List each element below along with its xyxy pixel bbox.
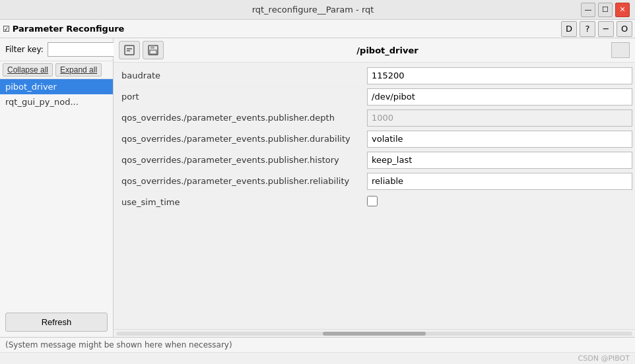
main-content: Filter key: Collapse all Expand all pibo… [0, 38, 635, 337]
param-name-qos-depth: qos_overrides./parameter_events.publishe… [114, 110, 364, 125]
panel-toolbar: /pibot_driver [114, 38, 635, 63]
window-controls: — ☐ ✕ [581, 3, 630, 17]
collapse-expand-row: Collapse all Expand all [0, 61, 113, 79]
param-input-baudrate[interactable] [367, 67, 632, 84]
app-title-text: Parameter Reconfigure [13, 24, 125, 34]
save-icon [147, 44, 159, 56]
tree-item-rqt-gui[interactable]: rqt_gui_py_nod... [0, 94, 113, 109]
close-button[interactable]: ✕ [615, 3, 630, 17]
param-value-qos-depth [364, 108, 635, 128]
param-value-qos-history [364, 150, 635, 170]
menu-o-button[interactable]: O [617, 21, 632, 37]
expand-all-button[interactable]: Expand all [55, 63, 102, 76]
svg-rect-0 [125, 46, 134, 55]
menu-minus-button[interactable]: − [598, 21, 614, 37]
load-icon [123, 44, 135, 56]
scrollbar-track[interactable] [116, 332, 632, 336]
param-name-qos-reliability: qos_overrides./parameter_events.publishe… [114, 173, 364, 189]
param-row-port: port [114, 86, 635, 107]
param-row-use-sim-time: use_sim_time [114, 192, 635, 213]
param-name-use-sim-time: use_sim_time [114, 195, 364, 210]
param-row-qos-durability: qos_overrides./parameter_events.publishe… [114, 129, 635, 150]
toolbar-save-button[interactable] [143, 41, 164, 59]
collapse-all-button[interactable]: Collapse all [3, 63, 53, 76]
watermark-text: CSDN @PIBOT [578, 354, 630, 363]
menu-help-button[interactable]: ? [580, 21, 595, 37]
param-value-use-sim-time [364, 195, 635, 210]
menu-bar: ☑ Parameter Reconfigure D ? − O [0, 20, 635, 38]
watermark: CSDN @PIBOT [0, 352, 635, 364]
param-input-qos-durability[interactable] [367, 131, 632, 148]
toolbar-load-button[interactable] [119, 41, 140, 59]
panel-title: /pibot_driver [166, 46, 609, 55]
status-message: (System message might be shown here when… [5, 340, 232, 349]
sidebar: Filter key: Collapse all Expand all pibo… [0, 38, 114, 337]
panel-corner-button[interactable] [611, 42, 630, 58]
tree-item-pibot-driver[interactable]: pibot_driver [0, 79, 113, 94]
param-name-baudrate: baudrate [114, 68, 364, 83]
param-input-qos-reliability[interactable] [367, 173, 632, 190]
right-panel: /pibot_driver baudrate port qos_overrid [114, 38, 635, 337]
scrollbar-area [114, 329, 635, 337]
maximize-button[interactable]: ☐ [598, 3, 613, 17]
param-checkbox-use-sim-time[interactable] [367, 196, 378, 206]
param-row-qos-history: qos_overrides./parameter_events.publishe… [114, 150, 635, 171]
param-name-qos-durability: qos_overrides./parameter_events.publishe… [114, 131, 364, 146]
param-row-qos-reliability: qos_overrides./parameter_events.publishe… [114, 171, 635, 192]
param-value-port [364, 87, 635, 107]
param-name-qos-history: qos_overrides./parameter_events.publishe… [114, 152, 364, 167]
scrollbar-thumb[interactable] [323, 332, 426, 336]
menu-right: D ? − O [561, 21, 632, 37]
params-area: baudrate port qos_overrides./parameter_e… [114, 63, 635, 329]
param-row-baudrate: baudrate [114, 65, 635, 86]
status-bar: (System message might be shown here when… [0, 337, 635, 352]
menu-d-button[interactable]: D [561, 21, 577, 37]
param-value-baudrate [364, 66, 635, 86]
window-title: rqt_reconfigure__Param - rqt [45, 5, 581, 15]
minimize-button[interactable]: — [581, 3, 595, 17]
param-row-qos-depth: qos_overrides./parameter_events.publishe… [114, 107, 635, 129]
refresh-button[interactable]: Refresh [5, 313, 108, 332]
title-bar: rqt_reconfigure__Param - rqt — ☐ ✕ [0, 0, 635, 20]
param-input-qos-depth[interactable] [367, 109, 632, 127]
svg-rect-4 [150, 46, 154, 49]
checkbox-icon: ☑ [3, 24, 10, 34]
param-value-qos-durability [364, 129, 635, 149]
param-input-qos-history[interactable] [367, 152, 632, 169]
svg-rect-5 [150, 50, 156, 54]
filter-label: Filter key: [5, 45, 44, 54]
tree-area: pibot_driver rqt_gui_py_nod... [0, 79, 113, 307]
param-name-port: port [114, 89, 364, 104]
param-input-port[interactable] [367, 88, 632, 106]
app-title: ☑ Parameter Reconfigure [3, 24, 124, 34]
param-value-qos-reliability [364, 171, 635, 191]
menu-left: ☑ Parameter Reconfigure [3, 24, 124, 34]
filter-row: Filter key: [0, 38, 113, 61]
